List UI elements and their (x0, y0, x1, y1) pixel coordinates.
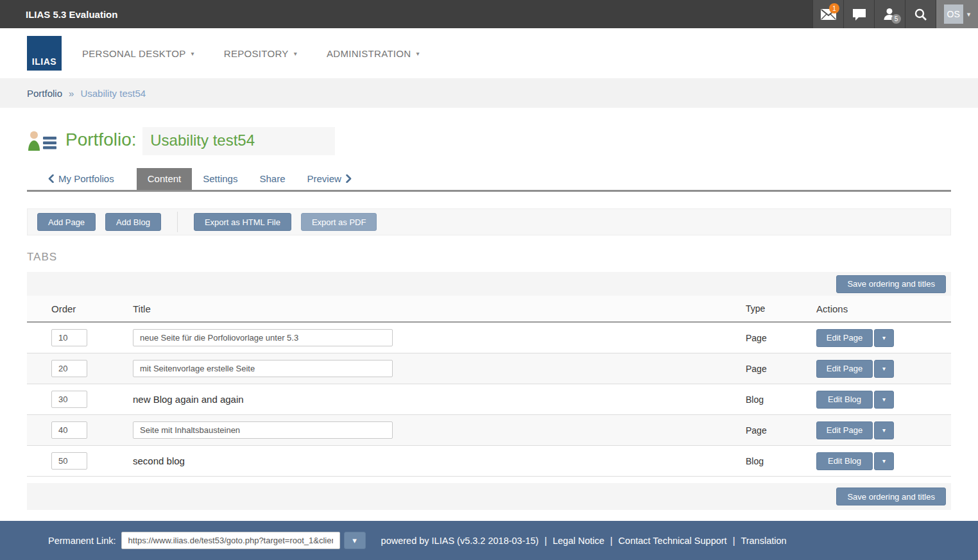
page-title: Portfolio: Usability test54 (65, 127, 335, 155)
contacts-badge: 5 (891, 14, 901, 24)
table-row: Page Edit Page ▾ (27, 415, 951, 446)
export-html-button[interactable]: Export as HTML File (194, 213, 291, 231)
actions-cell: Edit Page ▾ (816, 360, 951, 378)
chevron-down-icon: ▾ (416, 50, 419, 57)
chat-button[interactable] (843, 0, 874, 28)
save-ordering-button-bottom[interactable]: Save ordering and titles (836, 488, 946, 505)
table-header-row: Order Title Type Actions (27, 296, 951, 323)
type-cell: Page (746, 333, 816, 343)
order-input[interactable] (51, 391, 87, 408)
edit-blog-button[interactable]: Edit Blog (816, 391, 873, 409)
nav-items: PERSONAL DESKTOP ▾ REPOSITORY ▾ ADMINIST… (82, 48, 420, 59)
table-row: new Blog again and again Blog Edit Blog … (27, 384, 951, 415)
footer-separator: | (544, 536, 547, 546)
page-title-prefix: Portfolio: (65, 130, 137, 149)
order-cell (27, 360, 133, 377)
edit-page-button[interactable]: Edit Page (816, 360, 873, 378)
order-input[interactable] (51, 329, 87, 346)
tab-my-portfolios[interactable]: My Portfolios (37, 168, 125, 190)
portfolio-icon (27, 130, 56, 152)
toolbar: Add Page Add Blog Export as HTML File Ex… (27, 208, 951, 235)
title-input[interactable] (133, 329, 393, 346)
title-text: new Blog again and again (133, 394, 244, 405)
logo-text: ILIAS (32, 56, 56, 67)
tab-content[interactable]: Content (137, 168, 193, 190)
table-bottom-band: Save ordering and titles (27, 483, 951, 510)
user-menu-button[interactable]: OS ▾ (936, 0, 978, 28)
order-input[interactable] (51, 360, 87, 377)
tab-share[interactable]: Share (248, 168, 296, 190)
avatar: OS (944, 4, 963, 24)
app-title: ILIAS 5.3 Evaluation (26, 9, 117, 20)
section-heading-tabs: TABS (27, 251, 951, 264)
row-dropdown-button[interactable]: ▾ (874, 329, 894, 347)
breadcrumb-separator: » (69, 88, 74, 99)
mail-button[interactable]: 1 (812, 0, 843, 28)
order-cell (27, 329, 133, 346)
title-input[interactable] (133, 421, 393, 439)
breadcrumb-current: Usability test54 (80, 88, 146, 99)
edit-blog-button[interactable]: Edit Blog (816, 452, 873, 470)
type-cell: Page (746, 364, 816, 374)
nav-repository[interactable]: REPOSITORY ▾ (224, 48, 297, 59)
topbar-spacer (117, 0, 812, 28)
toolbar-separator (177, 212, 178, 232)
search-icon (914, 8, 927, 21)
chat-icon (852, 8, 866, 21)
order-cell (27, 452, 133, 470)
row-dropdown-button[interactable]: ▾ (874, 452, 894, 470)
contact-support-link[interactable]: Contact Technical Support (619, 536, 727, 546)
tab-label: Content (148, 173, 182, 184)
powered-by-text: powered by ILIAS (v5.3.2 2018-03-15) (381, 536, 539, 546)
chevron-right-icon (346, 174, 352, 183)
chevron-down-icon: ▾ (352, 536, 357, 545)
title-cell (133, 329, 746, 346)
add-blog-button[interactable]: Add Blog (105, 213, 161, 231)
contacts-button[interactable]: 5 (874, 0, 905, 28)
column-header-actions: Actions (816, 303, 951, 314)
table-row: second blog Blog Edit Blog ▾ (27, 446, 951, 477)
tabs-table-panel: Save ordering and titles Order Title Typ… (27, 272, 951, 510)
edit-page-button[interactable]: Edit Page (816, 421, 873, 439)
order-input[interactable] (51, 421, 87, 439)
add-page-button[interactable]: Add Page (37, 213, 96, 231)
permalink-input[interactable] (121, 532, 340, 549)
title-input[interactable] (133, 360, 393, 377)
order-cell (27, 391, 133, 408)
tab-settings[interactable]: Settings (192, 168, 248, 190)
export-pdf-button[interactable]: Export as PDF (301, 213, 377, 231)
actions-cell: Edit Blog ▾ (816, 391, 951, 409)
main-nav: ILIAS PERSONAL DESKTOP ▾ REPOSITORY ▾ AD… (0, 28, 978, 78)
row-dropdown-button[interactable]: ▾ (874, 391, 894, 409)
permalink-dropdown-button[interactable]: ▾ (344, 532, 366, 549)
column-header-order: Order (27, 303, 133, 314)
save-ordering-button-top[interactable]: Save ordering and titles (836, 275, 946, 293)
footer-separator: | (733, 536, 735, 546)
top-bar: ILIAS 5.3 Evaluation 1 5 OS ▾ (0, 0, 978, 28)
permalink-label: Permanent Link: (48, 536, 116, 546)
chevron-left-icon (48, 174, 54, 183)
page-title-name: Usability test54 (142, 127, 335, 155)
row-dropdown-button[interactable]: ▾ (874, 421, 894, 439)
tabs-table-rows: Page Edit Page ▾ Page Edit Page ▾ new Bl… (27, 323, 951, 477)
chevron-down-icon: ▾ (967, 10, 971, 19)
edit-page-button[interactable]: Edit Page (816, 329, 873, 347)
nav-personal-desktop[interactable]: PERSONAL DESKTOP ▾ (82, 48, 194, 59)
search-button[interactable] (905, 0, 936, 28)
table-top-band: Save ordering and titles (27, 272, 951, 296)
order-input[interactable] (51, 452, 87, 470)
nav-label: PERSONAL DESKTOP (82, 48, 186, 59)
column-header-title: Title (133, 303, 746, 314)
breadcrumb-portfolio-link[interactable]: Portfolio (27, 88, 62, 99)
nav-administration[interactable]: ADMINISTRATION ▾ (327, 48, 420, 59)
legal-notice-link[interactable]: Legal Notice (553, 536, 605, 546)
nav-label: REPOSITORY (224, 48, 289, 59)
ilias-logo[interactable]: ILIAS (27, 36, 62, 71)
page-header: Portfolio: Usability test54 (27, 127, 951, 155)
mail-badge: 1 (829, 3, 839, 13)
type-cell: Page (746, 425, 816, 436)
type-cell: Blog (746, 456, 816, 466)
translation-link[interactable]: Translation (741, 536, 786, 546)
tab-preview[interactable]: Preview (296, 168, 362, 190)
row-dropdown-button[interactable]: ▾ (874, 360, 894, 378)
